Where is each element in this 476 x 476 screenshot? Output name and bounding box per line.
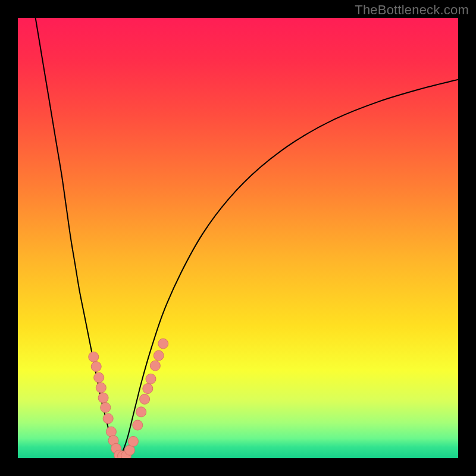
data-marker bbox=[89, 352, 99, 362]
data-marker bbox=[91, 362, 101, 372]
data-marker bbox=[128, 436, 138, 446]
watermark-text: TheBottleneck.com bbox=[355, 2, 469, 18]
data-marker bbox=[98, 393, 108, 403]
chart-frame: TheBottleneck.com bbox=[0, 0, 476, 476]
plot-area bbox=[18, 18, 458, 458]
data-marker bbox=[146, 374, 156, 384]
data-marker bbox=[94, 372, 104, 383]
data-marker bbox=[136, 407, 146, 417]
curve-right-branch bbox=[119, 80, 458, 458]
data-marker bbox=[133, 420, 143, 430]
data-marker bbox=[154, 350, 164, 361]
data-marker bbox=[103, 414, 113, 424]
curve-left-branch bbox=[36, 18, 120, 458]
chart-svg bbox=[18, 18, 458, 458]
data-marker bbox=[158, 339, 168, 349]
data-marker bbox=[106, 427, 116, 437]
data-marker bbox=[140, 394, 150, 404]
data-marker bbox=[150, 361, 160, 371]
data-marker bbox=[101, 402, 111, 412]
marker-group bbox=[89, 339, 168, 458]
data-marker bbox=[96, 383, 106, 393]
data-marker bbox=[143, 384, 153, 394]
